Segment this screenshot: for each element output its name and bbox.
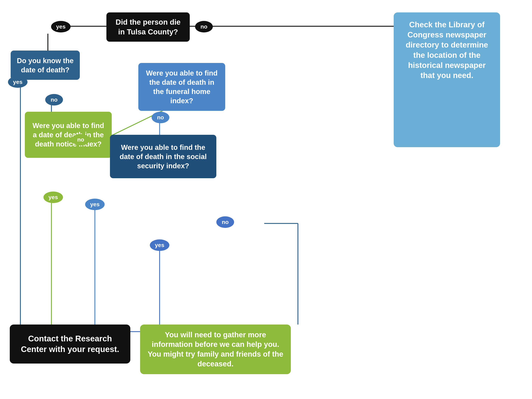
oval-yes-left: yes [8, 76, 27, 88]
contact-research-box: Contact the Research Center with your re… [10, 324, 130, 364]
oval-no-right: no [195, 21, 213, 32]
tulsa-question-box: Did the person die in Tulsa County? [106, 13, 190, 42]
oval-yes-social: yes [150, 239, 169, 251]
oval-yes-funeral: yes [85, 199, 105, 210]
library-congress-box: Check the Library of Congress newspaper … [394, 13, 500, 147]
death-notice-question-box: Were you able to find a date of death in… [25, 112, 112, 158]
oval-no-social: no [216, 216, 234, 228]
oval-yes-death-notice: yes [44, 191, 63, 203]
oval-no-funeral: no [152, 112, 169, 123]
date-question-box: Do you know the date of death? [11, 51, 80, 80]
oval-no-death-notice: no [72, 134, 89, 146]
oval-yes-top: yes [51, 21, 70, 32]
gather-more-box: You will need to gather more information… [140, 324, 291, 374]
funeral-home-question-box: Were you able to find the date of death … [138, 63, 225, 111]
social-security-question-box: Were you able to find the date of death … [110, 135, 216, 178]
oval-no-date: no [45, 94, 63, 106]
